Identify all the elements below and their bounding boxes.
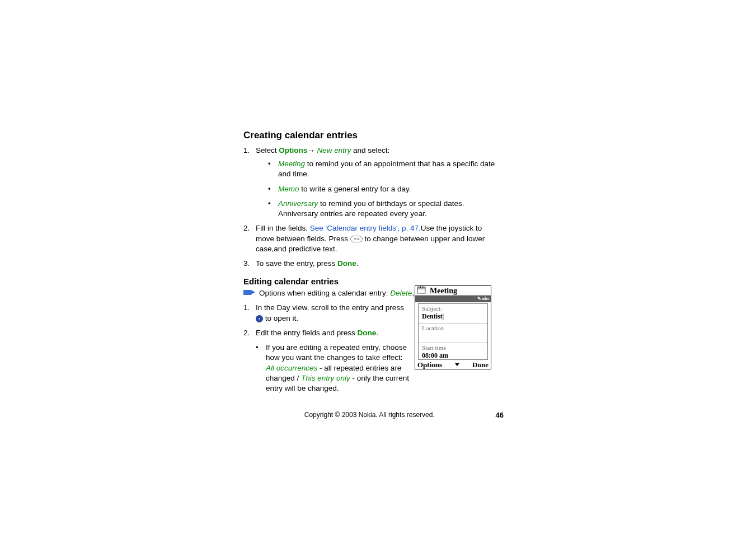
anniversary-label: Anniversary: [278, 199, 318, 208]
text: If you are editing a repeated entry, cho…: [266, 343, 407, 362]
hash-key-icon: ∗#: [350, 236, 363, 242]
delete-label: Delete: [390, 289, 412, 297]
field-value: [422, 332, 484, 340]
create-step-2: 2. Fill in the fields. See 'Calendar ent…: [243, 223, 501, 254]
svg-rect-4: [422, 286, 422, 288]
list-item: If you are editing a repeated entry, cho…: [256, 343, 411, 394]
step-number: 1.: [243, 146, 250, 156]
heading-create: Creating calendar entries: [243, 130, 501, 141]
arrow-icon: →: [307, 146, 317, 154]
phone-screenshot: Meeting abc Subject: Dentist Location St…: [415, 285, 491, 369]
field-value: Dentist: [422, 312, 484, 321]
memo-label: Memo: [278, 185, 299, 193]
field-value: 08:00 am: [422, 352, 484, 360]
meeting-label: Meeting: [278, 160, 305, 168]
step-number: 3.: [243, 259, 250, 269]
scroll-down-icon[interactable]: [455, 363, 459, 366]
edit-step-2: 2. Edit the entry fields and press Done.: [243, 328, 411, 338]
text: Select: [256, 146, 279, 154]
copyright-text: Copyright © 2003 Nokia. All rights reser…: [304, 411, 435, 419]
svg-rect-2: [419, 286, 419, 288]
svg-rect-5: [424, 286, 424, 288]
done-label: Done: [337, 259, 356, 268]
page-number: 46: [496, 411, 504, 419]
phone-form: Subject: Dentist Location Start time 08:…: [418, 303, 488, 360]
create-step-1: 1. Select Options→ New entry and select:…: [243, 146, 501, 219]
edit-step-1: 1. In the Day view, scroll to the entry …: [243, 303, 411, 323]
field-label: Start time: [422, 344, 484, 351]
list-item: Anniversary to remind you of birthdays o…: [268, 199, 501, 219]
see-fields-link[interactable]: See 'Calendar entry fields', p. 47.: [310, 224, 421, 232]
start-time-field[interactable]: Start time 08:00 am: [419, 343, 487, 362]
text: Fill in the fields.: [256, 224, 310, 232]
new-entry-label: New entry: [317, 146, 351, 154]
page-footer: Copyright © 2003 Nokia. All rights reser…: [243, 411, 504, 419]
list-item: Memo to write a general entry for a day.: [268, 184, 501, 194]
location-field[interactable]: Location: [419, 324, 487, 343]
options-label: Options: [279, 146, 307, 154]
text: and select:: [351, 146, 389, 154]
edit-notes-list: If you are editing a repeated entry, cho…: [243, 343, 411, 394]
field-label: Subject:: [422, 305, 484, 312]
input-mode-indicator: abc: [477, 296, 490, 301]
entry-type-list: Meeting to remind you of an appointment …: [256, 159, 501, 219]
text: .: [376, 329, 378, 337]
calendar-icon: [416, 286, 428, 296]
phone-title: Meeting: [430, 287, 457, 296]
text: to open it.: [263, 314, 298, 322]
create-step-3: 3. To save the entry, press Done.: [243, 259, 501, 269]
phone-statusbar: abc: [415, 296, 491, 302]
subject-field[interactable]: Subject: Dentist: [419, 304, 487, 323]
text: .: [356, 259, 359, 268]
step-number: 2.: [243, 328, 250, 338]
this-entry-only-label: This entry only: [301, 374, 350, 382]
softkey-done[interactable]: Done: [472, 360, 489, 369]
all-occurrences-label: All occurrences: [266, 364, 317, 372]
phone-titlebar: Meeting: [415, 286, 491, 296]
note-arrow-icon: [243, 289, 256, 296]
text: to write a general entry for a day.: [299, 185, 411, 193]
softkey-options[interactable]: Options: [417, 360, 442, 369]
text: to remind you of an appointment that has…: [278, 160, 495, 178]
svg-rect-3: [420, 286, 421, 288]
step-number: 2.: [243, 223, 250, 233]
list-item: Meeting to remind you of an appointment …: [268, 159, 501, 179]
step-number: 1.: [243, 303, 250, 313]
svg-rect-0: [417, 287, 425, 293]
text: To save the entry, press: [256, 259, 337, 268]
heading-edit: Editing calendar entries: [243, 277, 501, 286]
text: In the Day view, scroll to the entry and…: [256, 303, 404, 312]
field-label: Location: [422, 325, 484, 331]
text: Edit the entry fields and press: [256, 329, 358, 337]
text: Options when editing a calendar entry:: [259, 289, 390, 297]
joystick-icon: [256, 315, 263, 322]
done-label: Done: [358, 329, 377, 337]
phone-softkeys: Options Done: [415, 360, 491, 369]
